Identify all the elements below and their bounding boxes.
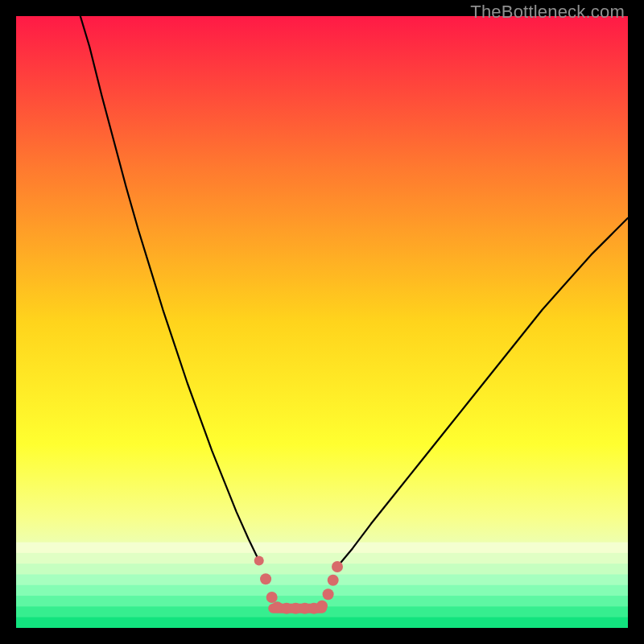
- svg-rect-1: [16, 553, 628, 564]
- marker-dot: [254, 555, 264, 565]
- svg-rect-7: [16, 617, 628, 628]
- bottleneck-chart: [16, 16, 628, 628]
- marker-dot: [316, 601, 328, 612]
- svg-rect-0: [16, 543, 628, 554]
- marker-dot: [328, 575, 339, 586]
- marker-dot: [323, 588, 334, 600]
- marker-dot: [260, 573, 271, 584]
- watermark-text: TheBottleneck.com: [470, 2, 625, 23]
- chart-frame: [16, 16, 628, 628]
- svg-rect-3: [16, 575, 628, 586]
- svg-rect-2: [16, 564, 628, 575]
- chart-background: [16, 16, 628, 628]
- svg-rect-4: [16, 585, 628, 597]
- marker-dot: [332, 561, 343, 572]
- marker-dot: [266, 592, 278, 603]
- bottom-bands: [16, 543, 628, 628]
